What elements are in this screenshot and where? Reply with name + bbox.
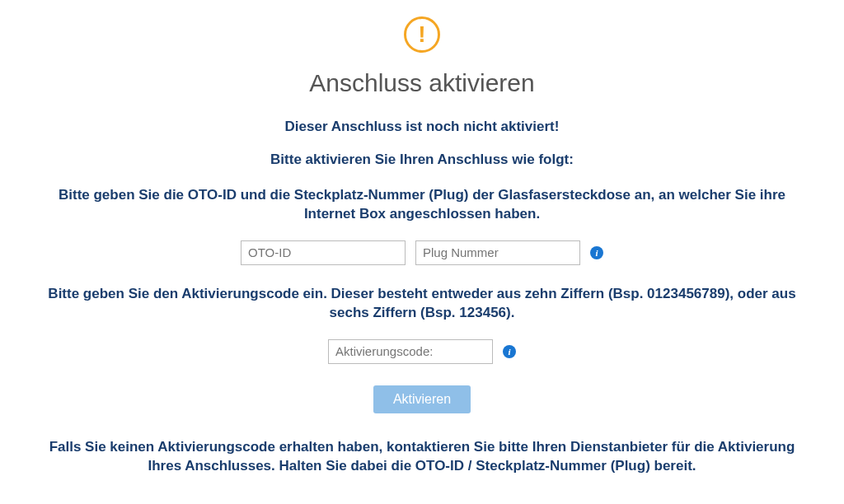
activation-code-paragraph: Bitte geben Sie den Aktivierungscode ein… [35,285,809,323]
activation-row: i [328,339,516,364]
plug-number-input[interactable] [415,240,580,265]
info-icon[interactable]: i [590,246,603,259]
instruction-line: Bitte aktivieren Sie Ihren Anschluss wie… [270,152,574,168]
oto-id-input[interactable] [241,240,406,265]
warning-icon: ! [404,16,440,53]
activation-code-input[interactable] [328,339,493,364]
info-icon[interactable]: i [503,345,516,358]
activate-button[interactable]: Aktivieren [373,385,471,413]
not-activated-notice: Dieser Anschluss ist noch nicht aktivier… [285,119,560,135]
activation-panel: ! Anschluss aktivieren Dieser Anschluss … [33,16,811,504]
no-code-paragraph: Falls Sie keinen Aktivierungscode erhalt… [35,438,809,476]
oto-row: i [241,240,603,265]
page-title: Anschluss aktivieren [309,69,534,97]
oto-instruction-paragraph: Bitte geben Sie die OTO-ID und die Steck… [35,186,809,224]
